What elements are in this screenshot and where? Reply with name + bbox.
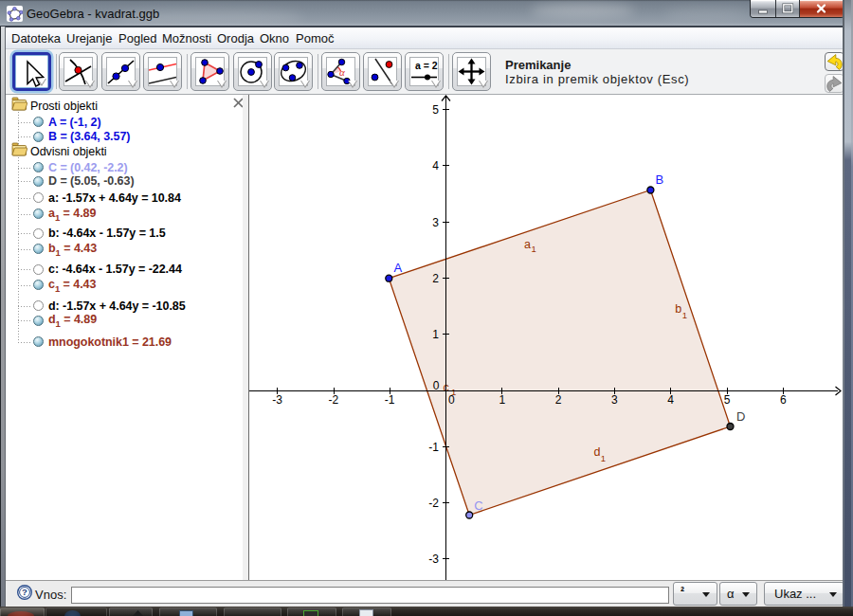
svg-text:-1: -1 [385, 393, 395, 407]
svg-text:α: α [339, 66, 345, 78]
svg-text:a: a [524, 238, 531, 251]
svg-text:2: 2 [432, 272, 439, 285]
svg-text:D: D [736, 409, 745, 424]
svg-text:d: d [593, 445, 600, 459]
svg-text:1: 1 [499, 393, 505, 407]
svg-text:1: 1 [682, 310, 687, 320]
svg-text:3: 3 [432, 216, 439, 229]
svg-text:-2: -2 [329, 393, 339, 407]
svg-text:1: 1 [601, 453, 606, 463]
svg-text:5: 5 [724, 393, 731, 407]
svg-text:4: 4 [432, 159, 439, 172]
svg-text:b: b [675, 302, 681, 316]
svg-text:A: A [394, 261, 403, 275]
svg-text:3: 3 [611, 393, 618, 407]
svg-text:6: 6 [780, 393, 787, 407]
svg-text:2: 2 [555, 393, 562, 407]
svg-text:-3: -3 [272, 393, 282, 407]
svg-text:B: B [656, 172, 664, 187]
svg-text:4: 4 [667, 393, 674, 407]
svg-text:C: C [474, 498, 482, 513]
svg-text:1: 1 [532, 244, 536, 254]
svg-text:-2: -2 [428, 497, 439, 510]
svg-text:-3: -3 [428, 553, 439, 566]
svg-text:0: 0 [448, 393, 455, 407]
svg-text:1: 1 [432, 328, 439, 341]
svg-text:-1: -1 [428, 441, 439, 454]
svg-text:a = 2: a = 2 [415, 60, 438, 71]
svg-text:0: 0 [433, 379, 440, 392]
svg-text:?: ? [22, 587, 27, 597]
svg-text:5: 5 [432, 103, 439, 117]
